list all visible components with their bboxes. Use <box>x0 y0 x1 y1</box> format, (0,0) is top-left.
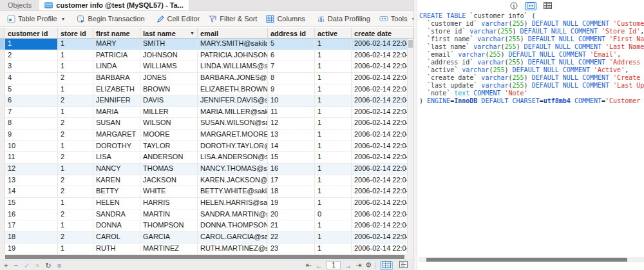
table-row[interactable]: 92MARGARETMOOREMARGARET.MOORE@sakilacust… <box>0 130 413 141</box>
cell[interactable]: 17 <box>5 220 58 231</box>
cell[interactable]: 2 <box>58 175 93 186</box>
cell[interactable]: 6 <box>5 95 58 106</box>
cell[interactable]: NANCY <box>93 164 140 175</box>
tab-customer-info[interactable]: customer info @test (MySQL57) - Ta... <box>39 0 189 10</box>
cell[interactable]: 0 <box>315 209 352 220</box>
table-row[interactable]: 171DONNATHOMPSONDONNA.THOMPSON@sakilacus… <box>0 220 413 232</box>
cell[interactable]: MARTINEZ <box>140 244 198 255</box>
row-selector[interactable] <box>0 141 5 152</box>
table-row[interactable]: 31LINDAWILLIAMSLINDA.WILLIAMS@sakilacust… <box>0 61 413 73</box>
cell[interactable]: THOMAS <box>140 164 198 175</box>
cell[interactable]: 18 <box>268 186 315 197</box>
column-header-active[interactable]: active <box>315 28 352 38</box>
cell[interactable]: CAROL.GARCIA@sakilacustomer.org <box>198 232 268 243</box>
cell[interactable]: 2 <box>58 152 93 163</box>
cell[interactable]: 12 <box>5 164 58 175</box>
cell[interactable]: 16 <box>268 164 315 175</box>
cell[interactable]: 3 <box>5 61 58 72</box>
table-row[interactable]: 151HELENHARRISHELEN.HARRIS@sakilacustome… <box>0 198 413 209</box>
cell[interactable]: 22 <box>268 232 315 243</box>
ddl-tab[interactable] <box>525 2 536 10</box>
cell[interactable]: 2006-02-14 22:04 <box>352 186 413 197</box>
cell-editor-button[interactable]: Cell Editor <box>152 12 205 26</box>
cell[interactable]: 1 <box>315 61 352 72</box>
cell[interactable]: 1 <box>5 39 58 50</box>
cell[interactable]: 6 <box>268 50 315 61</box>
row-selector[interactable] <box>0 186 5 197</box>
cell[interactable]: DONNA.THOMPSON@sakilacustomer.org <box>198 220 268 231</box>
cell[interactable]: 2006-02-14 22:04 <box>352 175 413 186</box>
cell[interactable]: BARBARA.JONES@sakilacustomer.org <box>198 73 268 84</box>
cell[interactable]: 1 <box>315 220 352 231</box>
cell[interactable]: SUSAN.WILSON@sakilacustomer.org <box>198 118 268 129</box>
cell[interactable]: TAYLOR <box>140 141 198 152</box>
row-selector[interactable] <box>0 164 5 175</box>
cell[interactable]: 2006-02-14 22:04 <box>352 84 413 95</box>
cell[interactable]: 1 <box>315 118 352 129</box>
next-page-button[interactable]: → <box>345 262 352 269</box>
table-row[interactable]: 42BARBARAJONESBARBARA.JONES@sakilacustom… <box>0 73 413 84</box>
cell[interactable]: LISA <box>93 152 140 163</box>
cell[interactable]: 15 <box>268 152 315 163</box>
cell[interactable]: 1 <box>58 198 93 209</box>
begin-transaction-button[interactable]: Begin Transaction <box>72 12 149 26</box>
cell[interactable]: MILLER <box>140 107 198 118</box>
row-selector[interactable] <box>0 95 5 106</box>
cell[interactable]: 12 <box>268 118 315 129</box>
cell[interactable]: 1 <box>315 50 352 61</box>
cell[interactable]: 2006-02-14 22:04 <box>352 39 413 50</box>
cell[interactable]: RUTH.MARTINEZ@sakilacustomer.org <box>198 244 268 255</box>
cell[interactable]: ELIZABETH.BROWN@sakilacustomer.org <box>198 84 268 95</box>
cell[interactable]: 8 <box>5 118 58 129</box>
cell[interactable]: SUSAN <box>93 118 140 129</box>
cell[interactable]: 2 <box>58 118 93 129</box>
row-selector[interactable] <box>0 198 5 209</box>
general-info-tab[interactable] <box>508 2 520 10</box>
table-row[interactable]: 62JENNIFERDAVISJENNIFER.DAVIS@sakilacust… <box>0 95 413 107</box>
cell[interactable]: WILLIAMS <box>140 61 198 72</box>
cell[interactable]: 1 <box>315 164 352 175</box>
cell[interactable]: 2006-02-14 22:04 <box>352 141 413 152</box>
cell[interactable]: 16 <box>5 209 58 220</box>
table-row[interactable]: 112LISAANDERSONLISA.ANDERSON@sakilacusto… <box>0 152 413 164</box>
cell[interactable]: ELIZABETH <box>93 84 140 95</box>
select-all-gutter[interactable] <box>0 28 5 38</box>
cell[interactable]: WHITE <box>140 186 198 197</box>
column-header-create-date[interactable]: create date <box>352 28 413 38</box>
table-row[interactable]: 82SUSANWILSONSUSAN.WILSON@sakilacustomer… <box>0 118 413 130</box>
row-selector[interactable] <box>0 152 5 163</box>
cell[interactable]: 1 <box>315 95 352 106</box>
cell[interactable]: 1 <box>58 61 93 72</box>
cell[interactable]: RUTH <box>93 244 140 255</box>
row-selector[interactable] <box>0 50 5 61</box>
cell[interactable]: BETTY.WHITE@sakilacustomer.org <box>198 186 268 197</box>
column-header-customer-id[interactable]: customer id <box>5 28 58 38</box>
cell[interactable]: HELEN <box>93 198 140 209</box>
cell[interactable]: 15 <box>5 198 58 209</box>
cell[interactable]: 1 <box>58 84 93 95</box>
table-profile-button[interactable]: Table Profile ▼ <box>3 12 70 26</box>
cell[interactable]: LINDA.WILLIAMS@sakilacustomer.org <box>198 61 268 72</box>
cell[interactable]: HELEN.HARRIS@sakilacustomer.org <box>198 198 268 209</box>
cell[interactable]: 2006-02-14 22:04 <box>352 220 413 231</box>
cell[interactable]: 1 <box>315 130 352 140</box>
cell[interactable]: 11 <box>5 152 58 163</box>
cell[interactable]: 7 <box>268 61 315 72</box>
cell[interactable]: THOMPSON <box>140 220 198 231</box>
table-row[interactable]: 121NANCYTHOMASNANCY.THOMAS@sakilacustome… <box>0 164 413 175</box>
add-record-button[interactable]: + <box>4 261 8 270</box>
cell[interactable]: DONNA <box>93 220 140 231</box>
cell[interactable]: 2006-02-14 22:04 <box>352 95 413 106</box>
page-settings-button[interactable]: ⚙ <box>365 261 372 269</box>
cell[interactable]: 2006-02-14 22:04 <box>352 130 413 140</box>
cell[interactable]: 2 <box>58 130 93 140</box>
stop-button[interactable]: ■ <box>57 261 62 270</box>
cell[interactable]: 2006-02-14 22:04 <box>352 198 413 209</box>
cell[interactable]: HARRIS <box>140 198 198 209</box>
cell[interactable]: 2006-02-14 22:04 <box>352 118 413 129</box>
table-row[interactable]: 182CAROLGARCIACAROL.GARCIA@sakilacustome… <box>0 232 413 244</box>
cell[interactable]: 2006-02-14 22:04 <box>352 152 413 163</box>
row-selector[interactable] <box>0 130 5 140</box>
cell[interactable]: 2006-02-14 22:04 <box>352 73 413 84</box>
cell[interactable]: MARTIN <box>140 209 198 220</box>
